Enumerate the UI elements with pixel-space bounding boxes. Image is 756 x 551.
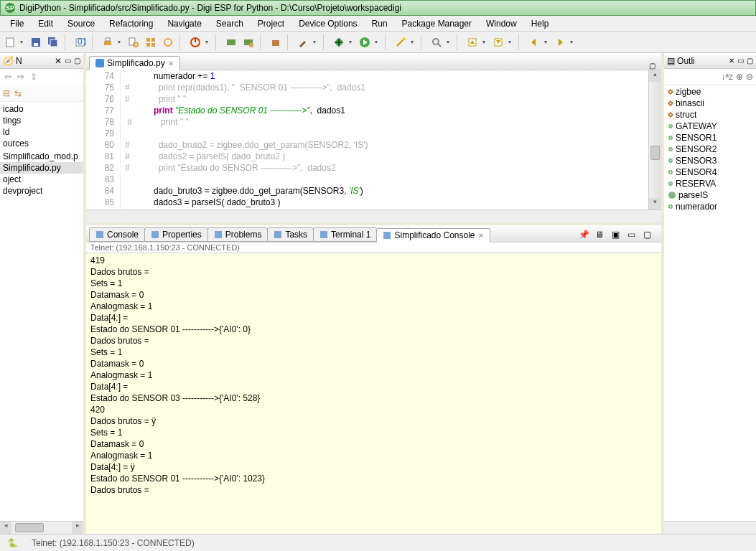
- console-tab-terminal-1[interactable]: Terminal 1: [313, 227, 377, 242]
- menu-package-manager[interactable]: Package Manager: [395, 17, 479, 30]
- menu-navigate[interactable]: Navigate: [160, 17, 208, 30]
- display-icon[interactable]: 🖥: [592, 227, 607, 242]
- maximize-icon[interactable]: ▢: [747, 57, 753, 65]
- pin-icon[interactable]: 📌: [577, 227, 591, 242]
- search-file-icon[interactable]: [126, 35, 141, 50]
- dropdown-icon[interactable]: ▾: [482, 39, 488, 45]
- navigator-hscrollbar[interactable]: ◂ ▸: [0, 521, 83, 534]
- scroll-up-icon[interactable]: ▴: [649, 70, 661, 82]
- dropdown-icon[interactable]: ▾: [313, 39, 319, 45]
- outline-item-sensor1[interactable]: SENSOR1: [664, 132, 756, 143]
- toggle-block-icon[interactable]: [144, 35, 158, 50]
- next-annotation-icon[interactable]: [491, 35, 505, 50]
- console-tab-simplificado-console[interactable]: Simplificado Console✕: [376, 228, 490, 242]
- device-icon[interactable]: [224, 35, 238, 50]
- outline-item-binascii[interactable]: binascii: [664, 98, 756, 109]
- scroll-left-icon[interactable]: ◂: [0, 522, 11, 534]
- dropdown-icon[interactable]: ▾: [205, 39, 211, 45]
- prev-annotation-icon[interactable]: [465, 35, 480, 50]
- code-content[interactable]: numerador += 1# print repr(dados1), " SE…: [121, 70, 648, 209]
- nav-item[interactable]: ources: [0, 138, 83, 149]
- collapse-icon[interactable]: ⊟: [3, 88, 10, 98]
- minimize-icon[interactable]: ▭: [65, 57, 71, 65]
- console-output[interactable]: 419Dados brutos = Sets = 1Datamask = 0An…: [86, 253, 661, 534]
- nav-item[interactable]: tings: [0, 115, 83, 126]
- menu-project[interactable]: Project: [251, 17, 291, 30]
- outline-item-sensor4[interactable]: SENSOR4: [664, 166, 756, 178]
- brush-icon[interactable]: [296, 35, 310, 50]
- back-icon[interactable]: [527, 35, 541, 50]
- outline-item-parseis[interactable]: parseIS: [664, 189, 756, 201]
- nav-item[interactable]: Simplificado_mod.p: [0, 151, 83, 162]
- nav-back-icon[interactable]: ⇦: [4, 72, 14, 82]
- scroll-right-icon[interactable]: ▸: [72, 522, 83, 534]
- outline-item-sensor3[interactable]: SENSOR3: [664, 155, 756, 166]
- binary-icon[interactable]: 010: [73, 35, 88, 50]
- menu-window[interactable]: Window: [479, 17, 524, 30]
- menu-refactoring[interactable]: Refactoring: [102, 17, 160, 30]
- minimize-icon[interactable]: ▭: [737, 57, 744, 65]
- console-tab-problems[interactable]: Problems: [207, 227, 269, 242]
- package-icon[interactable]: [269, 35, 283, 50]
- close-icon[interactable]: ✕: [55, 56, 62, 66]
- nav-up-icon[interactable]: ⇪: [30, 72, 40, 82]
- outline-list[interactable]: zigbeebinasciistructGATEWAYSENSOR1SENSOR…: [664, 85, 756, 521]
- menu-file[interactable]: File: [3, 17, 31, 30]
- link-editor-icon[interactable]: ⇆: [14, 88, 22, 98]
- close-tab-icon[interactable]: ✕: [478, 232, 484, 240]
- collapse-icon[interactable]: ⊖: [746, 72, 753, 82]
- close-tab-icon[interactable]: ✕: [168, 60, 174, 67]
- outline-item-reserva[interactable]: RESERVA: [664, 178, 756, 189]
- save-icon[interactable]: [29, 35, 43, 50]
- dropdown-icon[interactable]: ▾: [447, 39, 452, 45]
- dropdown-icon[interactable]: ▾: [20, 39, 26, 45]
- minimize-icon[interactable]: ▭: [624, 227, 638, 242]
- expand-icon[interactable]: ⊕: [736, 72, 743, 82]
- dropdown-icon[interactable]: ▾: [375, 39, 381, 45]
- scroll-thumb[interactable]: [650, 146, 660, 160]
- menu-run[interactable]: Run: [365, 17, 395, 30]
- navigator-tree[interactable]: icadotingsldourcesSimplificado_mod.pSimp…: [0, 102, 83, 521]
- close-icon[interactable]: ✕: [729, 57, 734, 65]
- search-icon[interactable]: [429, 35, 444, 50]
- print-icon[interactable]: [101, 35, 115, 50]
- sync-icon[interactable]: [161, 35, 175, 50]
- menu-device-options[interactable]: Device Options: [291, 17, 364, 30]
- dropdown-icon[interactable]: ▾: [544, 39, 550, 45]
- outline-hscrollbar[interactable]: [664, 521, 756, 534]
- dropdown-icon[interactable]: ▾: [349, 39, 355, 45]
- nav-item[interactable]: icado: [0, 103, 83, 115]
- save-all-icon[interactable]: [46, 35, 60, 50]
- run-icon[interactable]: [358, 35, 372, 50]
- menu-edit[interactable]: Edit: [31, 17, 60, 30]
- outline-item-sensor2[interactable]: SENSOR2: [664, 143, 756, 155]
- dropdown-icon[interactable]: ▾: [570, 39, 576, 45]
- maximize-icon[interactable]: ▢: [74, 57, 80, 65]
- scroll-down-icon[interactable]: ▾: [649, 198, 661, 209]
- editor-hscrollbar[interactable]: [86, 209, 661, 222]
- nav-item[interactable]: oject: [0, 174, 83, 185]
- outline-item-struct[interactable]: struct: [664, 109, 756, 121]
- console-tab-properties[interactable]: Properties: [144, 227, 208, 242]
- scroll-thumb[interactable]: [15, 523, 44, 532]
- dropdown-icon[interactable]: ▾: [508, 39, 514, 45]
- menu-search[interactable]: Search: [209, 17, 251, 30]
- device-config-icon[interactable]: [241, 35, 256, 50]
- nav-item[interactable]: devproject: [0, 185, 83, 197]
- terminal-icon[interactable]: ▣: [608, 227, 622, 242]
- maximize-icon[interactable]: ▢: [640, 227, 654, 242]
- dropdown-icon[interactable]: ▾: [118, 39, 123, 45]
- nav-item[interactable]: Simplificado.py: [0, 162, 83, 174]
- dropdown-icon[interactable]: ▾: [411, 39, 416, 45]
- new-icon[interactable]: [3, 35, 17, 50]
- outline-item-zigbee[interactable]: zigbee: [664, 86, 756, 98]
- editor-maximize-icon[interactable]: ▢: [646, 62, 658, 70]
- sort-icon[interactable]: ↓ªz: [722, 72, 733, 82]
- debug-icon[interactable]: [332, 35, 346, 50]
- nav-item[interactable]: ld: [0, 126, 83, 138]
- code-editor[interactable]: 74757677787980818283848586 numerador += …: [86, 70, 661, 209]
- console-tab-tasks[interactable]: Tasks: [267, 227, 314, 242]
- wand-icon[interactable]: [393, 35, 408, 50]
- editor-vscrollbar[interactable]: ▴ ▾: [648, 70, 661, 209]
- outline-item-numerador[interactable]: numerador: [664, 201, 756, 212]
